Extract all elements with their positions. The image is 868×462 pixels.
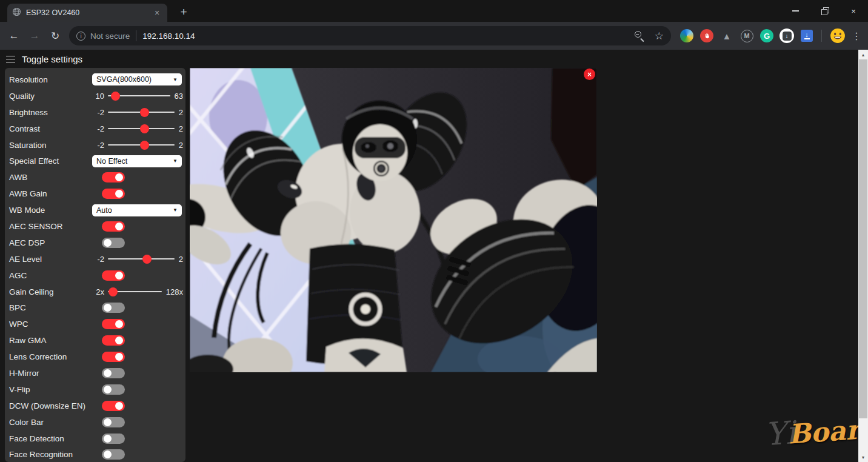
slider-max-label: 2 — [179, 141, 183, 150]
minimize-icon — [792, 10, 799, 11]
bookmark-star-icon[interactable]: ☆ — [655, 31, 664, 41]
idm-extension-icon[interactable] — [679, 28, 694, 43]
wb-mode-select[interactable]: Auto▼ — [92, 204, 182, 216]
download-extension-icon[interactable]: ↓ — [780, 28, 794, 43]
download-blue-extension-icon[interactable]: ↓ — [800, 28, 814, 43]
setting-row-aec-dsp: AEC DSP — [5, 235, 185, 251]
info-icon[interactable]: i — [76, 32, 85, 41]
setting-row-quality: Quality1063 — [5, 88, 185, 104]
color-bar-toggle[interactable] — [102, 417, 125, 427]
esp32-camera-page: Toggle settings ResolutionSVGA(800x600)▼… — [0, 50, 868, 462]
setting-control — [92, 449, 185, 460]
grammarly-extension-icon[interactable]: G — [760, 28, 774, 43]
toggle-settings-label[interactable]: Toggle settings — [22, 54, 82, 64]
aec-dsp-toggle[interactable] — [102, 238, 125, 248]
toggle-knob — [115, 190, 123, 198]
slider-track[interactable] — [108, 291, 162, 292]
window-controls: × — [781, 0, 868, 22]
setting-control: 2x128x — [92, 287, 185, 296]
aec-sensor-toggle[interactable] — [102, 221, 125, 232]
page-scrollbar[interactable]: ▲ ▼ — [858, 50, 868, 462]
dcw-downsize-en-toggle[interactable] — [102, 401, 125, 411]
ae-level-slider: -22 — [92, 255, 183, 264]
resolution-select[interactable]: SVGA(800x600)▼ — [92, 73, 182, 85]
slider-min-label: -2 — [92, 124, 104, 133]
setting-label: H-Mirror — [9, 369, 92, 378]
slider-knob[interactable] — [140, 124, 149, 133]
toggle-knob — [115, 173, 123, 181]
setting-row-wpc: WPC — [5, 316, 185, 332]
reload-button[interactable]: ↻ — [45, 25, 65, 46]
face-recognition-toggle[interactable] — [102, 449, 125, 460]
slider-track[interactable] — [108, 128, 175, 129]
profile-avatar[interactable] — [829, 27, 846, 44]
awb-toggle[interactable] — [102, 172, 125, 182]
slider-knob[interactable] — [111, 92, 120, 101]
setting-row-gain-ceiling: Gain Ceiling2x128x — [5, 284, 185, 300]
back-button[interactable]: ← — [4, 25, 24, 46]
stream-close-button[interactable]: × — [584, 69, 595, 80]
google-drive-extension-icon[interactable]: ▲ — [719, 28, 734, 43]
setting-control — [92, 189, 185, 199]
slider-knob[interactable] — [140, 141, 149, 150]
scrollbar-up-arrow-icon[interactable]: ▲ — [858, 50, 868, 59]
slider-track[interactable] — [108, 144, 175, 146]
setting-label: WB Mode — [9, 206, 92, 215]
setting-control: -22 — [92, 255, 185, 264]
face-detection-toggle[interactable] — [102, 434, 125, 444]
setting-control: No Effect▼ — [92, 155, 185, 167]
close-button[interactable]: × — [839, 0, 868, 22]
toggle-knob — [104, 304, 112, 312]
scrollbar-thumb[interactable] — [859, 59, 867, 418]
setting-label: AEC DSP — [9, 238, 92, 247]
forward-button[interactable]: → — [24, 25, 45, 46]
scrollbar-down-arrow-icon[interactable]: ▼ — [858, 452, 868, 462]
raw-gma-toggle[interactable] — [102, 335, 125, 346]
address-bar[interactable]: i Not secure 192.168.10.14 ☆ — [69, 26, 671, 45]
zoom-out-indicator-icon[interactable] — [634, 30, 645, 41]
lens-correction-toggle[interactable] — [102, 352, 125, 362]
setting-control: Auto▼ — [92, 204, 185, 216]
slider-track[interactable] — [108, 112, 175, 113]
setting-control — [92, 368, 185, 378]
menu-kebab-icon[interactable]: ⋮ — [849, 30, 864, 42]
restore-button[interactable] — [810, 0, 839, 22]
watermark: YiBoard — [764, 409, 868, 453]
slider-knob[interactable] — [140, 108, 149, 117]
awb-gain-toggle[interactable] — [102, 189, 125, 199]
toggle-knob — [115, 320, 123, 328]
adblock-extension-icon[interactable] — [699, 28, 714, 43]
setting-label: Quality — [9, 92, 92, 101]
watermark-board: Board — [787, 413, 868, 450]
camera-stream: × — [190, 68, 597, 372]
setting-row-v-flip: V-Flip — [5, 381, 185, 398]
h-mirror-toggle[interactable] — [102, 368, 125, 378]
toggle-settings-header: Toggle settings — [6, 54, 82, 64]
hamburger-icon[interactable] — [6, 56, 15, 63]
setting-control: -22 — [92, 124, 185, 133]
v-flip-toggle[interactable] — [102, 384, 125, 395]
special-effect-select[interactable]: No Effect▼ — [92, 155, 182, 167]
new-tab-button[interactable]: + — [176, 4, 192, 20]
medium-extension-icon[interactable]: M — [739, 28, 754, 43]
tab-close-icon[interactable]: × — [152, 7, 162, 18]
titlebar: ESP32 OV2460 × + × — [0, 0, 868, 22]
setting-row-resolution: ResolutionSVGA(800x600)▼ — [5, 72, 185, 88]
tab-title: ESP32 OV2460 — [26, 8, 152, 17]
setting-control: 1063 — [92, 92, 185, 101]
setting-row-agc: AGC — [5, 267, 185, 284]
agc-toggle[interactable] — [102, 270, 125, 281]
slider-knob[interactable] — [109, 287, 118, 296]
browser-tab[interactable]: ESP32 OV2460 × — [7, 4, 167, 22]
url-text[interactable]: 192.168.10.14 — [142, 32, 633, 41]
setting-row-brightness: Brightness-22 — [5, 104, 185, 121]
setting-control — [92, 172, 185, 182]
slider-track[interactable] — [108, 258, 175, 259]
slider-knob[interactable] — [142, 255, 152, 264]
bpc-toggle[interactable] — [102, 303, 125, 313]
slider-track[interactable] — [108, 95, 170, 96]
toggle-knob — [115, 272, 123, 280]
wpc-toggle[interactable] — [102, 319, 125, 329]
setting-label: AWB Gain — [9, 189, 92, 198]
minimize-button[interactable] — [781, 0, 810, 22]
